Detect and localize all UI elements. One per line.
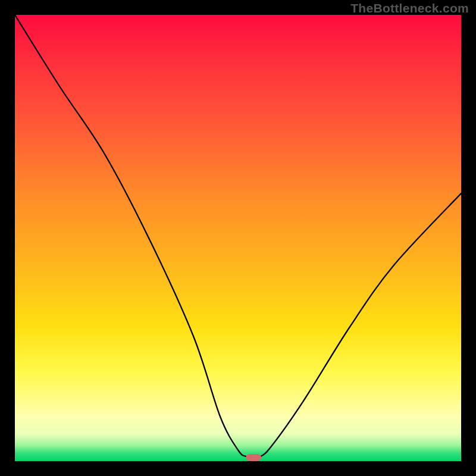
minimum-marker xyxy=(246,454,261,461)
plot-area xyxy=(15,15,461,461)
chart-frame: TheBottleneck.com xyxy=(0,0,476,476)
watermark-text: TheBottleneck.com xyxy=(350,1,469,15)
curve-layer xyxy=(15,15,461,461)
bottleneck-curve xyxy=(15,15,461,458)
